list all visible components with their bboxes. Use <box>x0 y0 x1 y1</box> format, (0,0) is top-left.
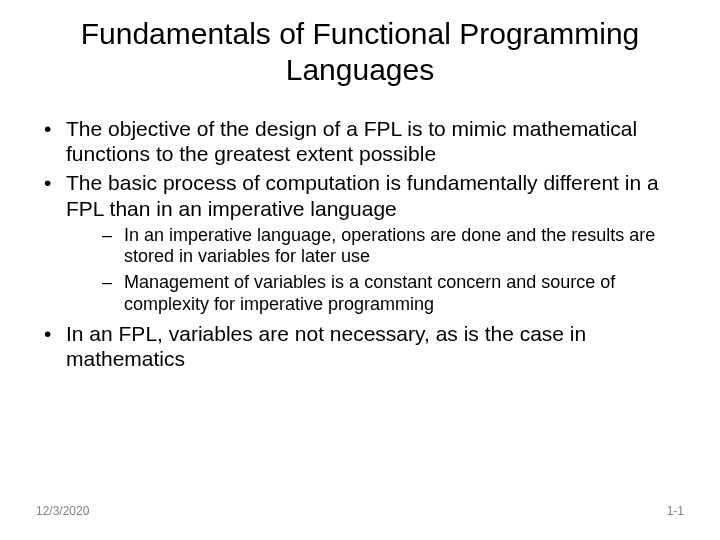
bullet-text: The objective of the design of a FPL is … <box>66 117 637 165</box>
sub-bullet-item: Management of variables is a constant co… <box>66 272 684 315</box>
footer-date: 12/3/2020 <box>36 504 89 518</box>
sub-bullet-text: In an imperative language, operations ar… <box>124 225 655 267</box>
slide-footer: 12/3/2020 1-1 <box>36 504 684 518</box>
sub-bullet-item: In an imperative language, operations ar… <box>66 225 684 268</box>
bullet-item: The basic process of computation is fund… <box>36 170 684 315</box>
bullet-list: The objective of the design of a FPL is … <box>36 116 684 372</box>
slide-title: Fundamentals of Functional Programming L… <box>36 16 684 88</box>
bullet-text: In an FPL, variables are not necessary, … <box>66 322 586 370</box>
bullet-item: The objective of the design of a FPL is … <box>36 116 684 166</box>
footer-page: 1-1 <box>667 504 684 518</box>
bullet-item: In an FPL, variables are not necessary, … <box>36 321 684 371</box>
slide: Fundamentals of Functional Programming L… <box>0 0 720 540</box>
sub-bullet-text: Management of variables is a constant co… <box>124 272 615 314</box>
sub-bullet-list: In an imperative language, operations ar… <box>66 225 684 315</box>
bullet-text: The basic process of computation is fund… <box>66 171 659 219</box>
